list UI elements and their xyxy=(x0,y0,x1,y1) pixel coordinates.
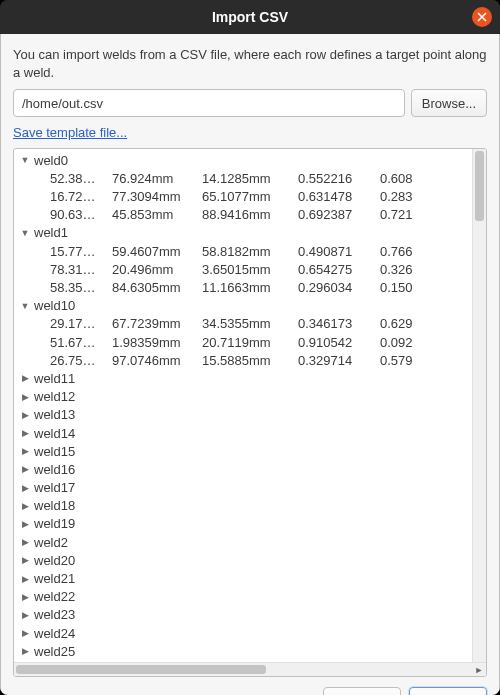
tree-item-label: weld14 xyxy=(32,426,75,441)
tree-item-label: weld10 xyxy=(32,298,75,313)
vertical-scrollbar[interactable] xyxy=(472,149,486,662)
tree-item[interactable]: ▶weld19 xyxy=(14,515,472,533)
tree-view: ▼weld052.38…76.924mm14.1285mm0.5522160.6… xyxy=(13,148,487,677)
cell: 20.7119mm xyxy=(202,335,298,350)
chevron-right-icon[interactable]: ▶ xyxy=(18,373,32,383)
tree-item-label: weld0 xyxy=(32,153,68,168)
cell: 52.38… xyxy=(50,171,112,186)
cell: 88.9416mm xyxy=(202,207,298,222)
chevron-down-icon[interactable]: ▼ xyxy=(18,301,32,311)
tree-data-row[interactable]: 52.38…76.924mm14.1285mm0.5522160.608 xyxy=(14,169,472,187)
tree-item[interactable]: ▼weld0 xyxy=(14,151,472,169)
scroll-right-icon[interactable]: ► xyxy=(472,663,486,676)
horizontal-scrollbar[interactable]: ◄ ► xyxy=(14,662,486,676)
tree-item[interactable]: ▶weld23 xyxy=(14,606,472,624)
tree-item-label: weld25 xyxy=(32,644,75,659)
tree-item[interactable]: ▶weld14 xyxy=(14,424,472,442)
tree-body: ▼weld052.38…76.924mm14.1285mm0.5522160.6… xyxy=(14,149,486,662)
chevron-right-icon[interactable]: ▶ xyxy=(18,428,32,438)
tree-item[interactable]: ▶weld25 xyxy=(14,642,472,660)
chevron-down-icon[interactable]: ▼ xyxy=(18,228,32,238)
tree-item[interactable]: ▶weld21 xyxy=(14,569,472,587)
tree-item-label: weld16 xyxy=(32,462,75,477)
dialog-content: You can import welds from a CSV file, wh… xyxy=(0,34,500,695)
tree-item-label: weld23 xyxy=(32,607,75,622)
tree-item[interactable]: ▼weld10 xyxy=(14,297,472,315)
horizontal-scroll-thumb[interactable] xyxy=(16,665,266,674)
chevron-right-icon[interactable]: ▶ xyxy=(18,592,32,602)
chevron-right-icon[interactable]: ▶ xyxy=(18,501,32,511)
tree-item[interactable]: ▶weld20 xyxy=(14,551,472,569)
tree-data-row[interactable]: 58.35…84.6305mm11.1663mm0.2960340.150 xyxy=(14,278,472,296)
cell: 65.1077mm xyxy=(202,189,298,204)
chevron-right-icon[interactable]: ▶ xyxy=(18,628,32,638)
tree-item-label: weld13 xyxy=(32,407,75,422)
cell: 0.692387 xyxy=(298,207,380,222)
cell: 45.853mm xyxy=(112,207,202,222)
chevron-right-icon[interactable]: ▶ xyxy=(18,483,32,493)
cell: 0.092 xyxy=(380,335,440,350)
tree-item[interactable]: ▶weld15 xyxy=(14,442,472,460)
chevron-right-icon[interactable]: ▶ xyxy=(18,574,32,584)
tree-item-label: weld21 xyxy=(32,571,75,586)
ok-button[interactable]: OK xyxy=(409,687,487,695)
cancel-button[interactable]: Cancel xyxy=(323,687,401,695)
path-row: Browse... xyxy=(13,89,487,117)
chevron-right-icon[interactable]: ▶ xyxy=(18,519,32,529)
vertical-scroll-thumb[interactable] xyxy=(475,151,484,221)
titlebar: Import CSV xyxy=(0,0,500,34)
cell: 0.490871 xyxy=(298,244,380,259)
tree-data-row[interactable]: 51.67…1.98359mm20.7119mm0.9105420.092 xyxy=(14,333,472,351)
tree-item-label: weld15 xyxy=(32,444,75,459)
tree-item-label: weld22 xyxy=(32,589,75,604)
tree-item[interactable]: ▶weld16 xyxy=(14,460,472,478)
cell: 0.629 xyxy=(380,316,440,331)
cell: 58.35… xyxy=(50,280,112,295)
cell: 1.98359mm xyxy=(112,335,202,350)
cell: 59.4607mm xyxy=(112,244,202,259)
cell: 0.910542 xyxy=(298,335,380,350)
tree-item[interactable]: ▶weld18 xyxy=(14,497,472,515)
cell: 0.631478 xyxy=(298,189,380,204)
cell: 16.72… xyxy=(50,189,112,204)
tree-data-row[interactable]: 90.63…45.853mm88.9416mm0.6923870.721 xyxy=(14,206,472,224)
chevron-right-icon[interactable]: ▶ xyxy=(18,392,32,402)
cell: 0.346173 xyxy=(298,316,380,331)
chevron-right-icon[interactable]: ▶ xyxy=(18,610,32,620)
cell: 0.579 xyxy=(380,353,440,368)
tree-item[interactable]: ▼weld1 xyxy=(14,224,472,242)
tree-item-label: weld2 xyxy=(32,535,68,550)
tree-item[interactable]: ▶weld12 xyxy=(14,388,472,406)
chevron-right-icon[interactable]: ▶ xyxy=(18,555,32,565)
cell: 11.1663mm xyxy=(202,280,298,295)
chevron-right-icon[interactable]: ▶ xyxy=(18,646,32,656)
chevron-right-icon[interactable]: ▶ xyxy=(18,464,32,474)
tree-item[interactable]: ▶weld24 xyxy=(14,624,472,642)
tree-item-label: weld24 xyxy=(32,626,75,641)
tree-item[interactable]: ▶weld11 xyxy=(14,369,472,387)
cell: 14.1285mm xyxy=(202,171,298,186)
tree-data-row[interactable]: 16.72…77.3094mm65.1077mm0.6314780.283 xyxy=(14,187,472,205)
cell: 78.31… xyxy=(50,262,112,277)
chevron-right-icon[interactable]: ▶ xyxy=(18,446,32,456)
tree-data-row[interactable]: 78.31…20.496mm3.65015mm0.6542750.326 xyxy=(14,260,472,278)
chevron-right-icon[interactable]: ▶ xyxy=(18,537,32,547)
tree-item[interactable]: ▶weld2 xyxy=(14,533,472,551)
browse-button[interactable]: Browse... xyxy=(411,89,487,117)
tree-item[interactable]: ▶weld22 xyxy=(14,588,472,606)
cell: 58.8182mm xyxy=(202,244,298,259)
cell: 0.552216 xyxy=(298,171,380,186)
tree-data-row[interactable]: 29.17…67.7239mm34.5355mm0.3461730.629 xyxy=(14,315,472,333)
tree-item[interactable]: ▶weld17 xyxy=(14,478,472,496)
file-path-input[interactable] xyxy=(13,89,405,117)
tree-item[interactable]: ▶weld13 xyxy=(14,406,472,424)
close-button[interactable] xyxy=(472,7,492,27)
tree-item-label: weld12 xyxy=(32,389,75,404)
save-template-link[interactable]: Save template file... xyxy=(13,125,487,140)
tree-data-row[interactable]: 15.77…59.4607mm58.8182mm0.4908710.766 xyxy=(14,242,472,260)
chevron-down-icon[interactable]: ▼ xyxy=(18,155,32,165)
tree-data-row[interactable]: 26.75…97.0746mm15.5885mm0.3297140.579 xyxy=(14,351,472,369)
tree-content[interactable]: ▼weld052.38…76.924mm14.1285mm0.5522160.6… xyxy=(14,149,472,662)
cell: 97.0746mm xyxy=(112,353,202,368)
chevron-right-icon[interactable]: ▶ xyxy=(18,410,32,420)
